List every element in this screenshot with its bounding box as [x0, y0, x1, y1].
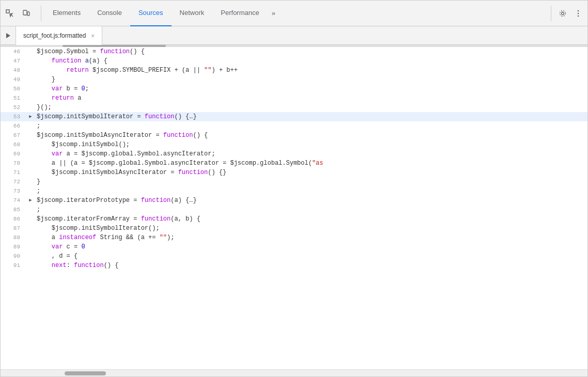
tab-network[interactable]: Network	[172, 1, 213, 26]
table-row: 49 }	[1, 75, 587, 84]
devtools-container: Elements Console Sources Network Perform…	[0, 0, 588, 377]
code-line-content: var c = 0	[35, 242, 587, 252]
table-row: 87 $jscomp.initSymbolIterator();	[1, 224, 587, 233]
svg-marker-8	[6, 33, 10, 38]
line-number: 70	[1, 159, 26, 168]
table-row: 91 next: function() {	[1, 261, 587, 270]
table-row: 85;	[1, 205, 587, 214]
table-row: 66;	[1, 121, 587, 131]
line-number: 68	[1, 140, 26, 149]
line-number: 53	[1, 112, 26, 121]
line-number: 48	[1, 66, 26, 75]
code-line-content: var a = $jscomp.global.Symbol.asyncItera…	[35, 149, 587, 159]
code-line-content: }();	[35, 103, 587, 112]
table-row: 72}	[1, 177, 587, 186]
table-row: 68 $jscomp.initSymbol();	[1, 140, 587, 149]
line-number: 51	[1, 93, 26, 103]
line-number: 67	[1, 131, 26, 140]
horizontal-scrollbar[interactable]	[1, 369, 587, 376]
table-row: 88 a instanceof String && (a += "");	[1, 233, 587, 242]
right-divider	[551, 6, 551, 21]
code-line-content: next: function() {	[35, 261, 587, 270]
tab-performance[interactable]: Performance	[212, 1, 267, 26]
svg-point-4	[560, 10, 566, 16]
line-number: 86	[1, 214, 26, 224]
svg-rect-0	[6, 10, 9, 13]
line-number: 74	[1, 196, 26, 205]
table-row: 90 , d = {	[1, 252, 587, 261]
line-number: 52	[1, 103, 26, 112]
code-line-content: a instanceof String && (a += "");	[35, 233, 587, 242]
line-number: 46	[1, 47, 26, 56]
table-row: 71 $jscomp.initSymbolAsyncIterator = fun…	[1, 168, 587, 177]
table-row: 70 a || (a = $jscomp.global.Symbol.async…	[1, 159, 587, 168]
device-toolbar-icon[interactable]	[19, 6, 34, 21]
code-line-content: a || (a = $jscomp.global.Symbol.asyncIte…	[35, 159, 587, 168]
tab-sources[interactable]: Sources	[130, 1, 172, 26]
line-number: 88	[1, 233, 26, 242]
h-scroll-thumb[interactable]	[65, 371, 106, 375]
line-number: 85	[1, 205, 26, 214]
code-line-content: function a(a) {	[35, 56, 587, 66]
line-number: 90	[1, 252, 26, 261]
table-row: 53▶$jscomp.initSymbolIterator = function…	[1, 112, 587, 121]
table-row: 46$jscomp.Symbol = function() {	[1, 47, 587, 56]
code-line-content: }	[35, 75, 587, 84]
code-line-content: ;	[35, 121, 587, 131]
table-row: 48 return $jscomp.SYMBOL_PREFIX + (a || …	[1, 66, 587, 75]
file-panel-toggle-icon[interactable]	[1, 26, 16, 45]
table-row: 86$jscomp.iteratorFromArray = function(a…	[1, 214, 587, 224]
table-row: 51 return a	[1, 93, 587, 103]
code-line-content: , d = {	[35, 252, 587, 261]
settings-icon[interactable]	[555, 6, 570, 21]
table-row: 47 function a(a) {	[1, 56, 587, 66]
code-line-content: $jscomp.initSymbolAsyncIterator = functi…	[35, 131, 587, 140]
inspect-element-icon[interactable]	[3, 6, 17, 21]
line-number: 47	[1, 56, 26, 66]
fold-arrow[interactable]: ▶	[26, 196, 35, 205]
line-number: 71	[1, 168, 26, 177]
code-line-content: var b = 0;	[35, 84, 587, 93]
code-line-content: ;	[35, 186, 587, 196]
line-number: 72	[1, 177, 26, 186]
line-number: 49	[1, 75, 26, 84]
line-number: 87	[1, 224, 26, 233]
code-lines-container: 46$jscomp.Symbol = function() {47 functi…	[1, 47, 587, 369]
svg-point-6	[578, 12, 579, 14]
code-line-content: $jscomp.initSymbol();	[35, 140, 587, 149]
code-line-content: $jscomp.initSymbolAsyncIterator = functi…	[35, 168, 587, 177]
code-line-content: $jscomp.initSymbolIterator();	[35, 224, 587, 233]
code-line-content: return $jscomp.SYMBOL_PREFIX + (a || "")…	[35, 66, 587, 75]
table-row: 69 var a = $jscomp.global.Symbol.asyncIt…	[1, 149, 587, 159]
code-editor: 46$jscomp.Symbol = function() {47 functi…	[1, 47, 587, 369]
table-row: 74▶$jscomp.iteratorPrototype = function(…	[1, 196, 587, 205]
toolbar-left-icons	[3, 6, 34, 21]
file-tab-close-button[interactable]: ×	[90, 32, 95, 40]
more-tabs-button[interactable]: »	[268, 1, 280, 26]
svg-rect-2	[27, 12, 29, 15]
code-line-content: }	[35, 177, 587, 186]
code-line-content: $jscomp.iteratorPrototype = function(a) …	[35, 196, 587, 205]
file-tab-script[interactable]: script_foot.js:formatted ×	[16, 26, 102, 45]
more-options-icon[interactable]	[571, 6, 585, 21]
code-line-content: $jscomp.iteratorFromArray = function(a, …	[35, 214, 587, 224]
table-row: 52}();	[1, 103, 587, 112]
table-row: 50 var b = 0;	[1, 84, 587, 93]
tab-console[interactable]: Console	[89, 1, 130, 26]
line-number: 73	[1, 186, 26, 196]
svg-rect-1	[23, 10, 27, 15]
code-line-content: $jscomp.Symbol = function() {	[35, 47, 587, 56]
table-row: 73;	[1, 186, 587, 196]
table-row: 89 var c = 0	[1, 242, 587, 252]
code-line-content: return a	[35, 93, 587, 103]
table-row: 67$jscomp.initSymbolAsyncIterator = func…	[1, 131, 587, 140]
tab-divider	[41, 6, 41, 21]
main-tab-bar: Elements Console Sources Network Perform…	[1, 1, 587, 26]
toolbar-right	[548, 6, 585, 21]
fold-arrow[interactable]: ▶	[26, 112, 35, 121]
tab-elements[interactable]: Elements	[44, 1, 89, 26]
svg-point-5	[578, 10, 579, 11]
line-number: 69	[1, 149, 26, 159]
line-number: 89	[1, 242, 26, 252]
file-tab-bar: script_foot.js:formatted ×	[1, 26, 587, 45]
